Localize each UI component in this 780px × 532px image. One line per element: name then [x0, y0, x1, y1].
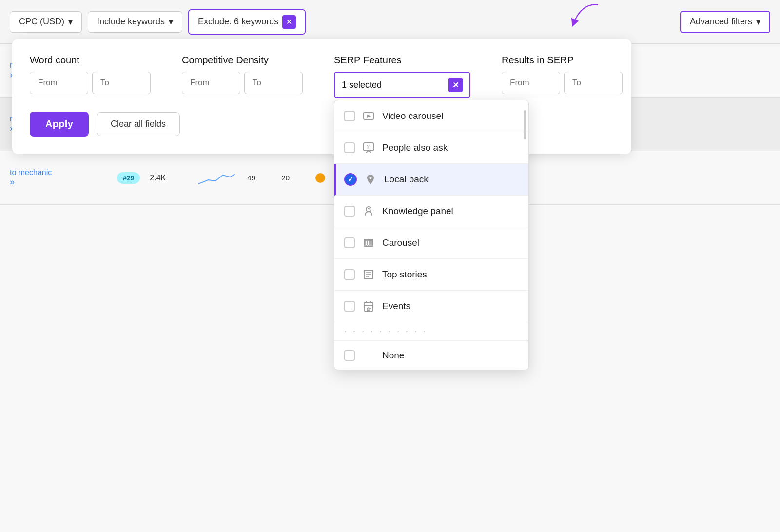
filter-panel: Word count Competitive Density SERP Feat…: [12, 39, 631, 154]
results-in-serp-group: Results in SERP: [502, 55, 623, 94]
carousel-label: Carousel: [382, 237, 419, 248]
carousel-checkbox[interactable]: [344, 237, 355, 248]
video-carousel-icon: [362, 109, 375, 123]
include-keywords-button[interactable]: Include keywords ▾: [88, 11, 182, 33]
competitive-density-label: Competitive Density: [182, 55, 303, 66]
serp-clear-button[interactable]: ✕: [448, 78, 463, 92]
include-label: Include keywords: [97, 17, 165, 27]
word-count-to-input[interactable]: [92, 72, 151, 94]
competitive-density-from-input[interactable]: [182, 72, 240, 94]
cpc-chevron-icon: ▾: [68, 17, 73, 27]
dropdown-dotted-separator: · · · · · · · · · ·: [334, 322, 528, 341]
serp-option-knowledge-panel[interactable]: Knowledge panel: [334, 196, 528, 227]
video-carousel-label: Video carousel: [382, 111, 443, 121]
local-pack-label: Local pack: [384, 174, 429, 185]
serp-option-video-carousel[interactable]: Video carousel: [334, 100, 528, 132]
serp-option-people-also-ask[interactable]: ? People also ask: [334, 132, 528, 164]
exclude-keywords-button[interactable]: Exclude: 6 keywords ✕: [188, 9, 306, 35]
serp-option-none[interactable]: None: [334, 341, 528, 370]
word-count-from-input[interactable]: [30, 72, 88, 94]
competitive-density-to-input[interactable]: [244, 72, 303, 94]
svg-rect-6: [365, 240, 367, 245]
clear-all-button[interactable]: Clear all fields: [97, 112, 180, 136]
exclude-label: Exclude: 6 keywords: [198, 17, 278, 27]
serp-dropdown: Video carousel ? People also ask: [334, 100, 529, 370]
dot-indicator: [315, 173, 325, 183]
svg-point-4: [366, 207, 371, 212]
none-checkbox[interactable]: [344, 350, 355, 361]
carousel-icon: [362, 236, 375, 250]
video-carousel-checkbox[interactable]: [344, 111, 355, 121]
people-also-ask-checkbox[interactable]: [344, 142, 355, 153]
cpc-filter-button[interactable]: CPC (USD) ▾: [10, 11, 82, 33]
rank-badge: #29: [117, 172, 140, 184]
results-in-serp-from-input[interactable]: [502, 72, 560, 94]
arrow-annotation: [566, 0, 614, 34]
results-in-serp-to-input[interactable]: [564, 72, 623, 94]
apply-button[interactable]: Apply: [30, 112, 89, 137]
serp-selected-text: 1 selected: [342, 80, 382, 90]
dropdown-scrollbar[interactable]: [524, 110, 526, 139]
filter-bar: CPC (USD) ▾ Include keywords ▾ Exclude: …: [0, 0, 780, 44]
top-stories-label: Top stories: [382, 269, 427, 280]
knowledge-panel-checkbox[interactable]: [344, 206, 355, 217]
none-label: None: [382, 350, 404, 361]
volume-cell: 2.4K: [150, 174, 189, 182]
results-in-serp-inputs: [502, 72, 623, 94]
advanced-label: Advanced filters: [690, 17, 752, 27]
advanced-filters-button[interactable]: Advanced filters ▾: [680, 11, 770, 33]
serp-option-local-pack[interactable]: Local pack: [334, 164, 528, 196]
word-count-inputs: [30, 72, 151, 94]
svg-rect-8: [370, 240, 372, 245]
filter-groups: Word count Competitive Density SERP Feat…: [30, 55, 614, 98]
word-count-group: Word count: [30, 55, 151, 94]
competitive-density-group: Competitive Density: [182, 55, 303, 94]
serp-features-selector[interactable]: 1 selected ✕: [334, 72, 470, 98]
serp-features-label: SERP Features: [334, 55, 470, 66]
knowledge-panel-label: Knowledge panel: [382, 206, 453, 217]
serp-option-carousel[interactable]: Carousel: [334, 227, 528, 259]
cpc-label: CPC (USD): [19, 17, 64, 27]
word-count-label: Word count: [30, 55, 151, 66]
knowledge-panel-icon: [362, 204, 375, 218]
serp-features-group: SERP Features 1 selected ✕ Video carouse…: [334, 55, 470, 98]
svg-text:?: ?: [367, 144, 370, 150]
num-cell: 49: [247, 174, 272, 182]
advanced-chevron-icon: ▾: [756, 17, 760, 27]
people-also-ask-icon: ?: [362, 141, 375, 155]
serp-option-top-stories[interactable]: Top stories: [334, 259, 528, 291]
events-label: Events: [382, 301, 410, 312]
top-stories-icon: [362, 268, 375, 281]
top-stories-checkbox[interactable]: [344, 269, 355, 280]
svg-rect-7: [368, 240, 370, 245]
competitive-density-inputs: [182, 72, 303, 94]
events-icon: [362, 299, 375, 313]
events-checkbox[interactable]: [344, 301, 355, 312]
local-pack-icon: [364, 173, 377, 186]
include-chevron-icon: ▾: [169, 17, 173, 27]
results-in-serp-label: Results in SERP: [502, 55, 623, 66]
arrow-link[interactable]: »: [10, 177, 15, 187]
exclude-close-icon[interactable]: ✕: [282, 15, 296, 29]
serp-option-events[interactable]: Events: [334, 291, 528, 322]
num-cell: 20: [281, 174, 306, 182]
serp-dropdown-items: Video carousel ? People also ask: [334, 100, 528, 341]
sparkline: [198, 170, 237, 186]
svg-marker-1: [367, 115, 371, 118]
local-pack-checkbox[interactable]: [344, 173, 357, 186]
people-also-ask-label: People also ask: [382, 142, 448, 153]
keyword-cell: to mechanic»: [10, 168, 107, 187]
